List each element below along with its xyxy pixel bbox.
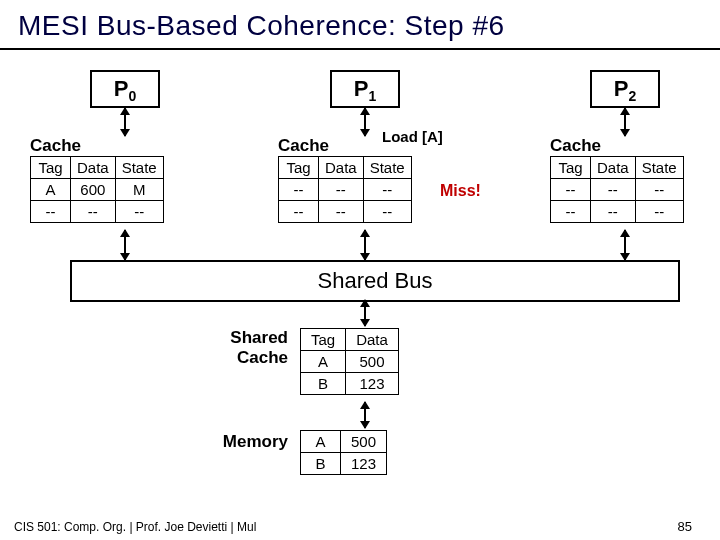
cache-header-data: Data — [319, 157, 364, 179]
processor-p1-box: P1 — [330, 70, 400, 108]
processor-p1-sub: 1 — [368, 88, 376, 104]
table-row: A 500 — [301, 351, 399, 373]
memory-label: Memory — [200, 432, 288, 452]
arrow-p2-bus — [624, 230, 626, 260]
arrow-p1-bus — [364, 230, 366, 260]
table-row: -- -- -- — [279, 201, 412, 223]
cache-label-p2: Cache — [550, 136, 601, 156]
arrow-p2-cache — [624, 108, 626, 136]
shared-cache-header-tag: Tag — [301, 329, 346, 351]
table-row: A 500 — [301, 431, 387, 453]
shared-cache-table: Tag Data A 500 B 123 — [300, 328, 399, 395]
table-row: A 600 M — [31, 179, 164, 201]
processor-p0-label: P — [114, 76, 129, 101]
cache-table-p0: Tag Data State A 600 M -- -- -- — [30, 156, 164, 223]
arrow-sharedcache-memory — [364, 402, 366, 428]
load-annotation: Load [A] — [382, 128, 443, 145]
miss-annotation: Miss! — [440, 182, 481, 200]
footer-text: CIS 501: Comp. Org. | Prof. Joe Devietti… — [14, 520, 256, 534]
arrow-p0-cache — [124, 108, 126, 136]
processor-p1-label: P — [354, 76, 369, 101]
cache-header-tag: Tag — [279, 157, 319, 179]
cache-header-state: State — [363, 157, 411, 179]
table-row: B 123 — [301, 453, 387, 475]
processor-p2-box: P2 — [590, 70, 660, 108]
cache-header-tag: Tag — [31, 157, 71, 179]
processor-p0-box: P0 — [90, 70, 160, 108]
table-row: -- -- -- — [31, 201, 164, 223]
diagram-stage: P0 P1 P2 Load [A] Cache Cache Cache Tag … — [0, 50, 720, 520]
table-row: B 123 — [301, 373, 399, 395]
slide-title: MESI Bus-Based Coherence: Step #6 — [0, 0, 720, 50]
table-row: -- -- -- — [279, 179, 412, 201]
cache-header-state: State — [635, 157, 683, 179]
cache-table-p2: Tag Data State -- -- -- -- -- -- — [550, 156, 684, 223]
cache-header-state: State — [115, 157, 163, 179]
shared-cache-label: Shared Cache — [208, 328, 288, 368]
cache-label-p0: Cache — [30, 136, 81, 156]
shared-cache-header-data: Data — [346, 329, 399, 351]
memory-table: A 500 B 123 — [300, 430, 387, 475]
processor-p2-sub: 2 — [628, 88, 636, 104]
table-row: -- -- -- — [551, 201, 684, 223]
table-row: -- -- -- — [551, 179, 684, 201]
arrow-p0-bus — [124, 230, 126, 260]
processor-p2-label: P — [614, 76, 629, 101]
cache-header-data: Data — [591, 157, 636, 179]
cache-header-data: Data — [71, 157, 116, 179]
cache-label-p1: Cache — [278, 136, 329, 156]
processor-p0-sub: 0 — [128, 88, 136, 104]
cache-header-tag: Tag — [551, 157, 591, 179]
arrow-p1-cache — [364, 108, 366, 136]
page-number: 85 — [678, 519, 692, 534]
cache-table-p1: Tag Data State -- -- -- -- -- -- — [278, 156, 412, 223]
arrow-bus-sharedcache — [364, 300, 366, 326]
shared-bus-box: Shared Bus — [70, 260, 680, 302]
